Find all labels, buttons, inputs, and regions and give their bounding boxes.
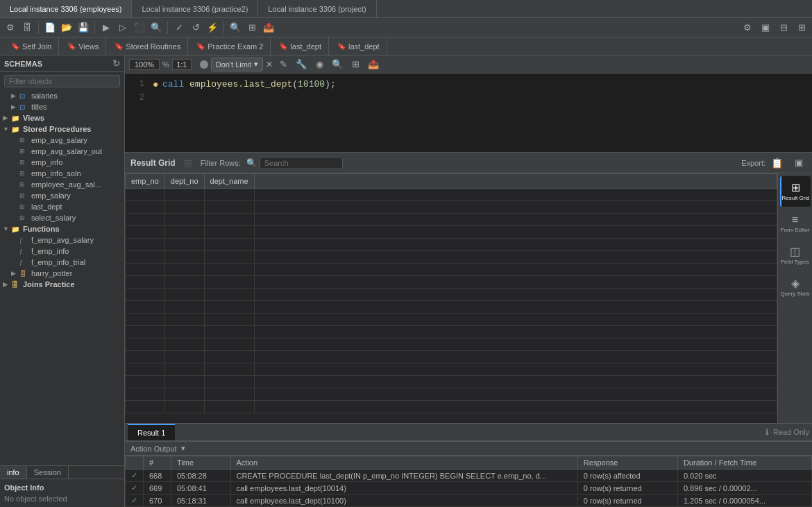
dont-limit-x-icon[interactable]: ✕ (266, 60, 273, 69)
view-split-h-btn[interactable]: ⊞ (794, 20, 809, 35)
table-row[interactable] (126, 363, 777, 376)
format-btn[interactable]: ⊞ (244, 20, 260, 35)
editor-tool-2[interactable]: 🔧 (294, 57, 309, 72)
table-row[interactable] (126, 351, 777, 363)
tab-practice2[interactable]: Local instance 3306 (practice2) (132, 0, 258, 17)
cell-dept-no (164, 239, 204, 251)
view-single-btn[interactable]: ▣ (758, 20, 773, 35)
table-row[interactable] (126, 401, 777, 413)
table-row[interactable] (126, 301, 777, 313)
table-row[interactable] (126, 313, 777, 326)
table-row[interactable] (126, 214, 777, 226)
editor-tool-4[interactable]: 🔍 (330, 57, 345, 72)
rollback-btn[interactable]: ↺ (188, 20, 203, 35)
table-row[interactable] (126, 276, 777, 289)
schema-tab-last-dept-2[interactable]: 🔖 last_dept (330, 37, 387, 55)
result-table-wrap[interactable]: emp_no dept_no dept_name (125, 173, 777, 423)
tree-item-f-emp-info-trial[interactable]: ƒ f_emp_info_trial (0, 257, 124, 268)
run-sel-btn[interactable]: ▷ (115, 20, 130, 35)
tab-employees[interactable]: Local instance 3306 (employees) (0, 0, 132, 17)
table-row[interactable] (126, 239, 777, 251)
view-split-v-btn[interactable]: ⊟ (776, 20, 791, 35)
right-panel-query-stats[interactable]: ◈ Query Stats (780, 272, 811, 302)
commit-btn[interactable]: ✓ (171, 20, 187, 35)
code-editor[interactable]: 1 ● call employees.last_dept(10100); 2 (125, 74, 812, 112)
action-row[interactable]: ✓ 668 05:08:28 CREATE PROCEDURE last_dep… (126, 470, 812, 482)
tree-item-stored-procedures[interactable]: ▼ 📁 Stored Procedures (0, 123, 124, 135)
table-row[interactable] (126, 226, 777, 239)
action-row[interactable]: ✓ 669 05:08:41 call employees.last_dept(… (126, 482, 812, 495)
open-btn[interactable]: 📂 (59, 20, 74, 35)
action-row[interactable]: ✓ 670 05:18:31 call employees.last_dept(… (126, 495, 812, 507)
stop-btn[interactable]: ⬛ (132, 20, 147, 35)
table-row[interactable] (126, 338, 777, 351)
action-output-dropdown-icon[interactable]: ▾ (181, 444, 185, 453)
ratio-input[interactable] (172, 59, 192, 70)
tree-item-functions[interactable]: ▼ 📁 Functions (0, 223, 124, 234)
table-row[interactable] (126, 189, 777, 201)
table-row[interactable] (126, 289, 777, 301)
editor-tool-3[interactable]: ◉ (312, 57, 327, 72)
export-result-btn[interactable]: 📤 (261, 20, 276, 35)
table-row[interactable] (126, 264, 777, 276)
cell-dept-name (204, 189, 254, 201)
tree-item-select-salary[interactable]: ⊞ select_salary (0, 212, 124, 223)
tree-item-last-dept[interactable]: ⊞ last_dept (0, 201, 124, 212)
right-panel-result-grid[interactable]: ⊞ Result Grid (780, 176, 811, 207)
emp-avg-salary-out-icon: ⊞ (19, 148, 29, 155)
editor-tool-5[interactable]: ⊞ (348, 57, 363, 72)
tree-item-emp-avg-salary-out[interactable]: ⊞ emp_avg_salary_out (0, 146, 124, 157)
zoom-input[interactable] (129, 59, 160, 70)
editor-tool-6[interactable]: 📤 (366, 57, 381, 72)
tree-item-views[interactable]: ▶ 📁 Views (0, 112, 124, 123)
table-row[interactable] (126, 388, 777, 401)
dont-limit-btn[interactable]: Don't Limit ▾ (211, 58, 264, 71)
tree-item-emp-info-soln[interactable]: ⊞ emp_info_soln (0, 168, 124, 179)
tree-item-f-emp-avg-salary[interactable]: ƒ f_emp_avg_salary (0, 234, 124, 246)
schema-tab-practice-exam[interactable]: 🔖 Practice Exam 2 (189, 37, 271, 55)
admin-btn[interactable]: ⚙ (3, 20, 18, 35)
table-row[interactable] (126, 376, 777, 388)
action-status-icon: ✓ (126, 495, 144, 507)
explain-btn[interactable]: 🔍 (149, 20, 164, 35)
right-panel-form-editor[interactable]: ≡ Form Editor (780, 208, 811, 239)
tree-item-emp-info[interactable]: ⊞ emp_info (0, 157, 124, 168)
tree-item-salaries[interactable]: ▶ ⊡ salaries (0, 90, 124, 101)
tree-item-harry-potter[interactable]: ▶ 🗄 harry_potter (0, 268, 124, 279)
tree-item-titles[interactable]: ▶ ⊡ titles (0, 101, 124, 112)
schema-tab-last-dept-1[interactable]: 🔖 last_dept (272, 37, 329, 55)
settings-btn[interactable]: ⚙ (740, 20, 755, 35)
schema-tab-views[interactable]: 🔖 Views (60, 37, 106, 55)
result-tab-1[interactable]: Result 1 (128, 424, 175, 440)
result-single-view-btn[interactable]: ▣ (791, 155, 806, 171)
tree-item-employee-avg-sal[interactable]: ⊞ employee_avg_sal... (0, 179, 124, 190)
schema-tab-selfjoin[interactable]: 🔖 Self Join (4, 37, 59, 55)
tree-item-joins-practice[interactable]: ▶ 🗄 Joins Practice (0, 279, 124, 290)
run-btn[interactable]: ▶ (99, 20, 114, 35)
schemas-refresh-icon[interactable]: ↻ (112, 58, 120, 69)
tab-project[interactable]: Local instance 3306 (project) (258, 0, 376, 17)
obj-info-tab-info[interactable]: info (0, 466, 27, 479)
tree-item-f-emp-info[interactable]: ƒ f_emp_info (0, 246, 124, 257)
filter-input[interactable] (4, 75, 120, 87)
tree-item-emp-avg-salary[interactable]: ⊞ emp_avg_salary (0, 135, 124, 146)
table-row[interactable] (126, 201, 777, 214)
schema-tab-stored-routines[interactable]: 🔖 Stored Routines (108, 37, 188, 55)
obj-info-tab-session[interactable]: Session (27, 466, 69, 479)
right-panel-field-types[interactable]: ◫ Field Types (780, 240, 811, 270)
cell-dept-name (204, 313, 254, 326)
table-row[interactable] (126, 326, 777, 338)
table-row[interactable] (126, 251, 777, 264)
result-search-input[interactable] (260, 157, 343, 169)
schemas-btn[interactable]: 🗄 (19, 20, 35, 35)
editor-tool-1[interactable]: ✎ (276, 57, 291, 72)
save-btn[interactable]: 💾 (76, 20, 91, 35)
tree-item-emp-salary[interactable]: ⊞ emp_salary (0, 190, 124, 201)
practice-exam-label: Practice Exam 2 (208, 42, 263, 51)
schemas-label: SCHEMAS (4, 60, 42, 68)
new-query-btn[interactable]: 📄 (42, 20, 58, 35)
export-btn[interactable]: 📋 (771, 157, 783, 169)
cell-dept-no (164, 401, 204, 413)
search-query-btn[interactable]: 🔍 (228, 20, 243, 35)
autocommit-btn[interactable]: ⚡ (205, 20, 220, 35)
